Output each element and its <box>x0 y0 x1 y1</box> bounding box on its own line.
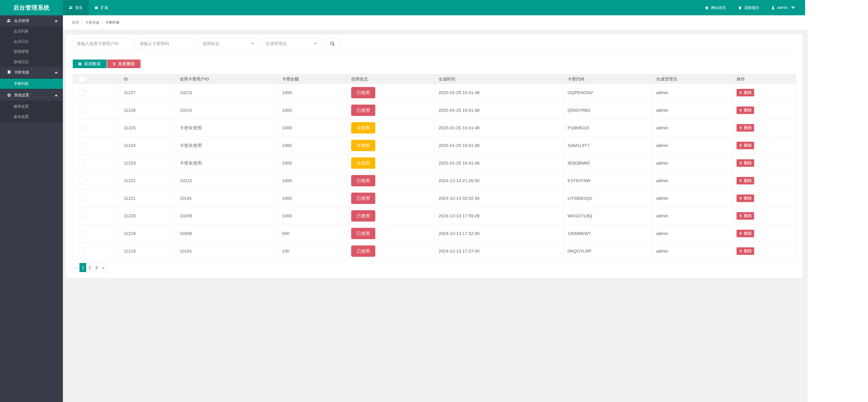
sidebar-submenu-card: 卡密列表 <box>0 78 63 90</box>
breadcrumb-item[interactable]: 首页 <box>72 20 79 25</box>
puzzle-icon <box>94 6 98 10</box>
delete-button[interactable]: 删除 <box>737 177 754 184</box>
row-checkbox[interactable] <box>79 142 85 149</box>
delete-button[interactable]: 删除 <box>737 212 754 220</box>
page-prev-button[interactable]: « <box>73 263 80 272</box>
cell-status: 已使用 <box>347 172 435 189</box>
table-row: 11221101911000已使用2024-12-14 02:02:34UYSB… <box>73 189 796 207</box>
breadcrumb-item[interactable]: 卡密充值 <box>85 20 99 25</box>
cell-user_id: 10214 <box>176 101 278 119</box>
sidebar-item-card-list[interactable]: 卡密列表 <box>0 79 63 89</box>
select-all-checkbox[interactable] <box>79 76 85 82</box>
table-row: 11226102141000已使用2025-01-25 10:41:48Q50S… <box>73 101 796 119</box>
delete-label: 删除 <box>744 231 752 236</box>
cell-created_at: 2025-01-25 10:41:48 <box>435 119 564 137</box>
sidebar-section-label: 会员管理 <box>14 18 29 23</box>
sidebar-item-withdraw-manage[interactable]: 提现管理 <box>0 47 63 57</box>
page-next-button[interactable]: » <box>100 263 106 272</box>
cell-code: SAM1L9T7 <box>564 137 652 154</box>
page-number-2[interactable]: 2 <box>86 263 93 272</box>
breadcrumb-separator: / <box>82 21 83 25</box>
add-data-button[interactable]: 添加数据 <box>73 60 107 68</box>
cell-amount: 1000 <box>278 189 347 207</box>
cell-created_at: 2024-12-14 21:26:50 <box>435 172 564 189</box>
status-badge: 已使用 <box>351 245 375 257</box>
delete-button[interactable]: 删除 <box>737 106 754 114</box>
delete-button[interactable]: 删除 <box>737 89 754 96</box>
cell-status: 已使用 <box>347 207 435 225</box>
nav-tab-extend[interactable]: 扩展 <box>89 0 114 15</box>
sidebar-submenu-system: 概率设置基本设置 <box>0 101 63 123</box>
cell-status: 已使用 <box>347 84 435 101</box>
sidebar-item-basic-setting[interactable]: 基本设置 <box>0 112 63 122</box>
top-navbar: 后台管理系统 首页扩展 网站首页清除缓存admin <box>0 0 805 15</box>
row-checkbox-cell <box>73 84 120 101</box>
admin-select[interactable]: 生成管理员 <box>262 38 321 50</box>
cell-amount: 500 <box>278 225 347 242</box>
delete-button[interactable]: 删除 <box>737 159 754 167</box>
nav-link-user-menu[interactable]: admin <box>765 0 801 15</box>
sidebar-section-member[interactable]: 会员管理 <box>0 15 63 26</box>
row-checkbox[interactable] <box>79 107 85 114</box>
page-number-1[interactable]: 1 <box>80 263 86 272</box>
row-checkbox[interactable] <box>79 213 85 219</box>
search-icon <box>330 41 335 47</box>
sidebar-item-probability-setting[interactable]: 概率设置 <box>0 101 63 112</box>
delete-label: 删除 <box>744 143 752 148</box>
cell-created_at: 2024-12-14 02:02:34 <box>435 189 564 207</box>
sidebar-item-member-list[interactable]: 会员列表 <box>0 26 63 36</box>
row-checkbox[interactable] <box>79 230 85 237</box>
trash-icon <box>739 179 742 182</box>
row-checkbox-cell <box>73 225 120 242</box>
page-number-3[interactable]: 3 <box>93 263 100 272</box>
row-checkbox[interactable] <box>79 195 85 202</box>
cell-amount: 1000 <box>278 154 347 172</box>
gear-icon <box>7 93 11 97</box>
plus-circle-icon <box>78 62 82 66</box>
users-icon <box>7 19 11 23</box>
cell-created_at: 2024-12-13 17:27:40 <box>435 242 564 260</box>
row-checkbox[interactable] <box>79 89 85 96</box>
row-checkbox[interactable] <box>79 248 85 254</box>
sidebar-section-card[interactable]: 卡密充值 <box>0 67 63 78</box>
chevron-down-icon <box>314 43 317 45</box>
cell-created_at: 2024-12-13 17:32:30 <box>435 225 564 242</box>
delete-button[interactable]: 删除 <box>737 247 754 255</box>
app-logo: 后台管理系统 <box>0 0 63 15</box>
sidebar-item-game-log[interactable]: 游戏日志 <box>0 57 63 67</box>
column-header: 操作 <box>733 74 796 84</box>
sidebar-section-system[interactable]: 系统设置 <box>0 90 63 101</box>
nav-link-label: 网站首页 <box>711 5 726 10</box>
nav-tab-label: 扩展 <box>101 5 108 10</box>
user-id-input[interactable] <box>73 38 132 50</box>
nav-link-clear-cache[interactable]: 清除缓存 <box>732 0 765 15</box>
admin-page: 后台管理系统 首页扩展 网站首页清除缓存admin 会员管理会员列表会员日志提现… <box>0 0 805 402</box>
cell-admin: admin <box>652 119 733 137</box>
row-checkbox[interactable] <box>79 160 85 166</box>
delete-label: 删除 <box>744 90 752 95</box>
sidebar-item-member-log[interactable]: 会员日志 <box>0 36 63 47</box>
row-checkbox[interactable] <box>79 177 85 184</box>
row-checkbox-cell <box>73 154 120 172</box>
delete-button[interactable]: 删除 <box>737 194 754 202</box>
cell-admin: admin <box>652 172 733 189</box>
cell-amount: 1000 <box>278 207 347 225</box>
status-badge: 未使用 <box>351 140 375 151</box>
delete-button[interactable]: 删除 <box>737 230 754 237</box>
cell-user_id: 卡密未使用 <box>176 154 278 172</box>
status-badge: 未使用 <box>351 122 375 133</box>
nav-tab-home[interactable]: 首页 <box>63 0 89 15</box>
batch-delete-button[interactable]: 批量删除 <box>107 60 141 68</box>
book-icon <box>7 70 11 74</box>
cell-admin: admin <box>652 242 733 260</box>
delete-button[interactable]: 删除 <box>737 124 754 132</box>
trash-icon <box>739 231 742 235</box>
nav-link-site-home[interactable]: 网站首页 <box>699 0 732 15</box>
card-code-input[interactable] <box>136 38 195 50</box>
row-checkbox[interactable] <box>79 124 85 131</box>
delete-button[interactable]: 删除 <box>737 142 754 149</box>
search-button[interactable] <box>325 38 340 50</box>
section-divider <box>73 54 796 54</box>
cell-user_id: 10206 <box>176 225 278 242</box>
status-select[interactable]: 使用状态 <box>198 38 258 50</box>
